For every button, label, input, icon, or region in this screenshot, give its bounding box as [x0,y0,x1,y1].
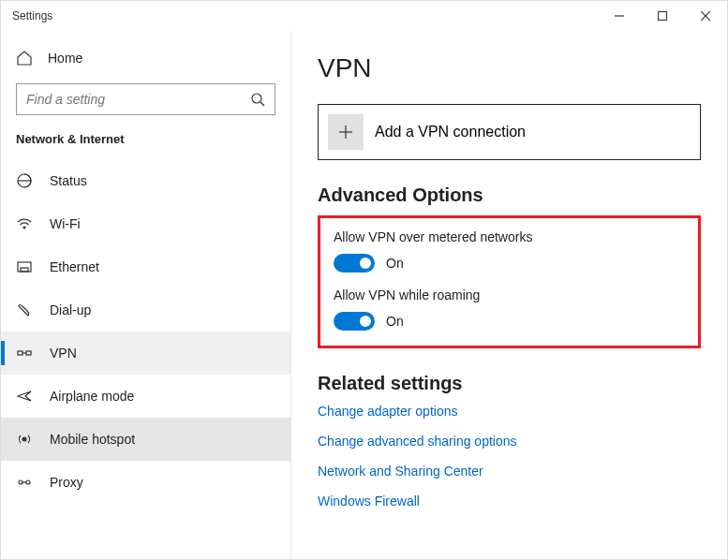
advanced-heading: Advanced Options [318,184,701,206]
svg-rect-9 [18,262,31,272]
svg-line-5 [260,102,264,106]
section-title: Network & Internet [1,132,290,159]
svg-point-4 [252,94,261,103]
home-icon [16,50,33,66]
sidebar-item-status[interactable]: Status [1,159,290,202]
advanced-options-highlight: Allow VPN over metered networks On Allow… [318,215,701,348]
svg-point-8 [23,227,25,228]
sidebar-item-label: Dial-up [50,302,91,317]
sidebar-item-ethernet[interactable]: Ethernet [1,245,290,288]
sidebar: Home Network & Internet Status Wi-Fi Eth… [1,31,291,559]
sidebar-item-label: Ethernet [50,259,99,274]
toggle-label: Allow VPN while roaming [334,287,685,302]
close-button[interactable] [684,1,727,31]
sidebar-item-wifi[interactable]: Wi-Fi [1,202,290,245]
sidebar-item-hotspot[interactable]: Mobile hotspot [1,418,290,461]
svg-point-16 [26,480,30,484]
home-button[interactable]: Home [1,40,290,76]
related-links: Change adapter options Change advanced s… [318,404,701,508]
search-box[interactable] [16,83,275,115]
sidebar-item-label: Mobile hotspot [50,432,135,447]
sidebar-item-label: VPN [50,346,77,361]
nav-list: Status Wi-Fi Ethernet Dial-up VPN Airpla… [1,159,290,559]
sidebar-item-label: Airplane mode [50,389,134,404]
page-title: VPN [318,53,701,83]
svg-rect-10 [21,268,28,272]
link-windows-firewall[interactable]: Windows Firewall [318,494,701,508]
sidebar-item-label: Proxy [50,475,83,490]
dialup-icon [16,302,33,318]
main-panel: VPN Add a VPN connection Advanced Option… [291,31,727,559]
vpn-icon [16,345,33,361]
airplane-icon [16,388,33,405]
maximize-button[interactable] [641,1,684,31]
minimize-button[interactable] [598,1,641,31]
status-icon [16,172,33,189]
toggle-metered-switch[interactable] [334,254,375,273]
toggle-state: On [386,314,404,329]
window-title: Settings [1,9,52,22]
toggle-state: On [386,256,404,271]
ethernet-icon [16,258,33,275]
link-network-sharing-center[interactable]: Network and Sharing Center [318,464,701,479]
toggle-roaming: Allow VPN while roaming On [334,287,685,331]
plus-icon [328,114,364,150]
sidebar-item-airplane[interactable]: Airplane mode [1,375,290,418]
related-heading: Related settings [318,373,701,394]
add-vpn-button[interactable]: Add a VPN connection [318,104,701,160]
sidebar-item-proxy[interactable]: Proxy [1,461,290,504]
proxy-icon [16,474,33,491]
search-icon [250,92,265,107]
home-label: Home [48,51,82,66]
toggle-roaming-switch[interactable] [334,312,375,331]
link-adapter-options[interactable]: Change adapter options [318,404,701,419]
search-input[interactable] [26,92,250,107]
svg-rect-1 [659,12,667,21]
sidebar-item-vpn[interactable]: VPN [1,332,290,375]
svg-point-15 [19,480,22,484]
toggle-metered: Allow VPN over metered networks On [334,229,685,273]
sidebar-item-label: Wi-Fi [50,216,81,231]
svg-rect-12 [26,351,31,355]
hotspot-icon [16,431,33,448]
window-controls [598,1,727,31]
svg-point-14 [22,437,26,441]
add-vpn-label: Add a VPN connection [375,124,526,140]
sidebar-item-label: Status [50,173,87,188]
titlebar: Settings [1,1,727,31]
toggle-label: Allow VPN over metered networks [334,229,685,244]
svg-rect-11 [18,351,22,355]
wifi-icon [16,215,33,232]
sidebar-item-dialup[interactable]: Dial-up [1,288,290,332]
link-advanced-sharing[interactable]: Change advanced sharing options [318,434,701,449]
